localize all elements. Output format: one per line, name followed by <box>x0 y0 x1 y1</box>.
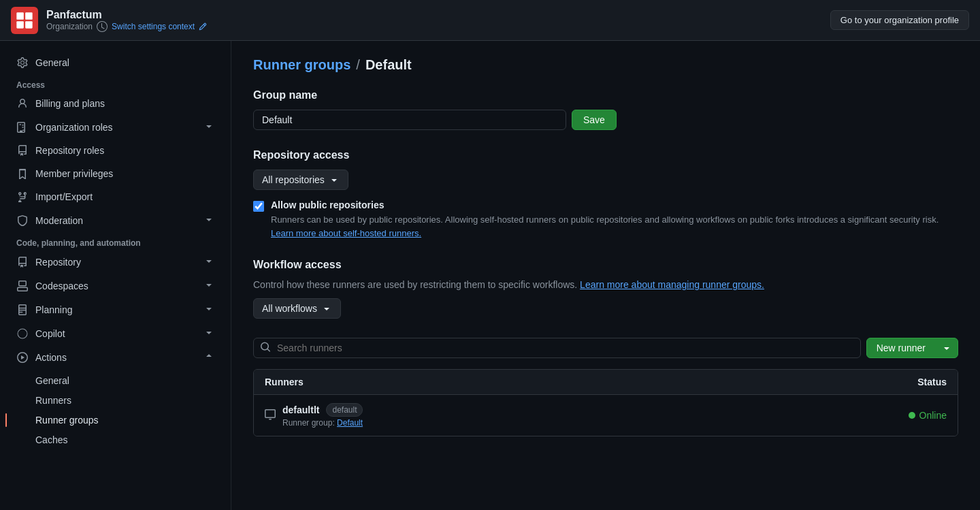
gear-icon <box>16 57 29 69</box>
allow-public-repos-row: Allow public repositories Runners can be… <box>253 200 958 240</box>
allow-public-repos-checkbox[interactable] <box>253 201 264 212</box>
sidebar-item-moderation-label: Moderation <box>35 215 83 226</box>
actions-submenu: General Runners Runner groups Caches <box>0 370 231 451</box>
group-name-section: Group name Save <box>253 89 958 130</box>
status-dot-online <box>909 412 915 419</box>
actions-caches-label: Caches <box>35 434 67 445</box>
svg-rect-1 <box>25 12 32 19</box>
workflow-access-dropdown[interactable]: All workflows <box>253 298 341 319</box>
learn-more-self-hosted-link[interactable]: Learn more about self-hosted runners. <box>271 228 421 238</box>
billing-icon <box>16 97 29 110</box>
breadcrumb-current: Default <box>365 57 412 73</box>
new-runner-dropdown-arrow[interactable] <box>936 338 958 357</box>
main-content: Runner groups / Default Group name Save … <box>231 41 980 510</box>
org-sub-row: Organization Switch settings context <box>46 21 207 32</box>
runner-status: Online <box>909 410 947 421</box>
sidebar-item-member-privs-label: Member privileges <box>35 168 113 179</box>
sidebar-item-general[interactable]: General <box>5 52 225 74</box>
sidebar-item-actions-caches[interactable]: Caches <box>5 430 225 449</box>
repo-roles-icon <box>16 144 29 157</box>
runner-tag: default <box>326 403 363 417</box>
sidebar-item-copilot-label: Copilot <box>35 328 65 339</box>
table-row: defaultlt default Runner group: Default … <box>254 395 958 436</box>
sidebar-item-actions-general[interactable]: General <box>5 371 225 390</box>
breadcrumb-runner-groups-link[interactable]: Runner groups <box>253 57 350 73</box>
actions-general-label: General <box>35 375 69 386</box>
save-button[interactable]: Save <box>572 110 617 130</box>
search-icon <box>260 342 271 355</box>
sidebar-item-planning[interactable]: Planning <box>5 298 225 321</box>
header: Panfactum Organization Switch settings c… <box>0 0 980 41</box>
copilot-icon <box>16 328 29 340</box>
svg-rect-3 <box>25 21 32 28</box>
workflow-access-title: Workflow access <box>253 259 958 271</box>
actions-runner-groups-label: Runner groups <box>35 415 99 426</box>
header-left: Panfactum Organization Switch settings c… <box>11 7 207 34</box>
moderation-chevron-icon <box>203 214 214 227</box>
sidebar-item-actions[interactable]: Actions <box>5 346 225 368</box>
svg-rect-2 <box>16 21 23 28</box>
goto-org-profile-button[interactable]: Go to your organization profile <box>830 10 969 30</box>
repo-access-section: Repository access All repositories Allow… <box>253 149 958 240</box>
import-export-icon <box>16 191 29 203</box>
codespaces-chevron-icon <box>203 279 214 292</box>
sidebar-item-copilot[interactable]: Copilot <box>5 322 225 345</box>
sidebar-item-repo-roles-label: Repository roles <box>35 145 104 156</box>
search-runners-input[interactable] <box>253 338 861 358</box>
runner-icon <box>265 409 276 422</box>
sidebar-item-import-export-label: Import/Export <box>35 191 93 202</box>
sidebar-item-codespaces-label: Codespaces <box>35 281 88 291</box>
sidebar-item-import-export[interactable]: Import/Export <box>5 186 225 208</box>
sidebar-item-planning-label: Planning <box>35 304 73 315</box>
actions-icon <box>16 351 29 364</box>
breadcrumb: Runner groups / Default <box>253 57 958 73</box>
sidebar-item-moderation[interactable]: Moderation <box>5 209 225 232</box>
org-info: Panfactum Organization Switch settings c… <box>46 9 207 32</box>
group-name-title: Group name <box>253 89 958 101</box>
org-roles-icon <box>16 121 29 133</box>
runner-table: Runners Status defaultlt default Runner … <box>253 369 958 436</box>
runner-name: defaultlt <box>282 404 319 415</box>
actions-chevron-icon <box>203 351 214 364</box>
workflow-access-section: Workflow access Control how these runner… <box>253 259 958 319</box>
sidebar-item-billing[interactable]: Billing and plans <box>5 93 225 114</box>
repo-access-dropdown[interactable]: All repositories <box>253 170 348 190</box>
org-type: Organization <box>46 22 93 31</box>
org-roles-chevron-icon <box>203 121 214 133</box>
search-wrap <box>253 338 861 358</box>
code-section-label: Code, planning, and automation <box>0 233 231 251</box>
repository-chevron-icon <box>203 255 214 268</box>
sidebar-item-member-privs[interactable]: Member privileges <box>5 163 225 185</box>
org-name: Panfactum <box>46 9 207 21</box>
repo-access-dropdown-label: All repositories <box>262 174 325 185</box>
runner-left: defaultlt default Runner group: Default <box>265 403 363 428</box>
planning-chevron-icon <box>203 303 214 316</box>
learn-more-runner-groups-link[interactable]: Learn more about managing runner groups. <box>580 279 764 290</box>
runner-group: Runner group: Default <box>282 418 363 428</box>
moderation-icon <box>16 214 29 227</box>
group-name-row: Save <box>253 110 958 130</box>
group-name-input[interactable] <box>253 110 566 130</box>
sidebar-item-repo-roles[interactable]: Repository roles <box>5 140 225 161</box>
member-privs-icon <box>16 168 29 180</box>
sidebar-item-repository[interactable]: Repository <box>5 251 225 273</box>
copilot-chevron-icon <box>203 327 214 340</box>
runner-group-link[interactable]: Default <box>337 418 363 428</box>
new-runner-button[interactable]: New runner <box>866 338 958 358</box>
sidebar: General Access Billing and plans Organiz… <box>0 41 231 510</box>
actions-runners-label: Runners <box>35 395 71 406</box>
workflow-access-desc: Control how these runners are used by re… <box>253 279 958 290</box>
access-section-label: Access <box>0 75 231 93</box>
sidebar-item-org-roles[interactable]: Organization roles <box>5 116 225 138</box>
sidebar-item-actions-runner-groups[interactable]: Runner groups <box>5 411 225 430</box>
codespaces-icon <box>16 280 29 292</box>
sidebar-item-codespaces[interactable]: Codespaces <box>5 274 225 297</box>
switch-context-link[interactable]: Switch settings context <box>112 22 195 31</box>
org-logo <box>11 7 38 34</box>
sidebar-item-actions-runners[interactable]: Runners <box>5 391 225 410</box>
status-col-header: Status <box>917 377 947 387</box>
svg-rect-0 <box>16 12 23 19</box>
repository-icon <box>16 256 29 268</box>
sidebar-item-repository-label: Repository <box>35 257 81 268</box>
runners-search-row: New runner <box>253 338 958 358</box>
